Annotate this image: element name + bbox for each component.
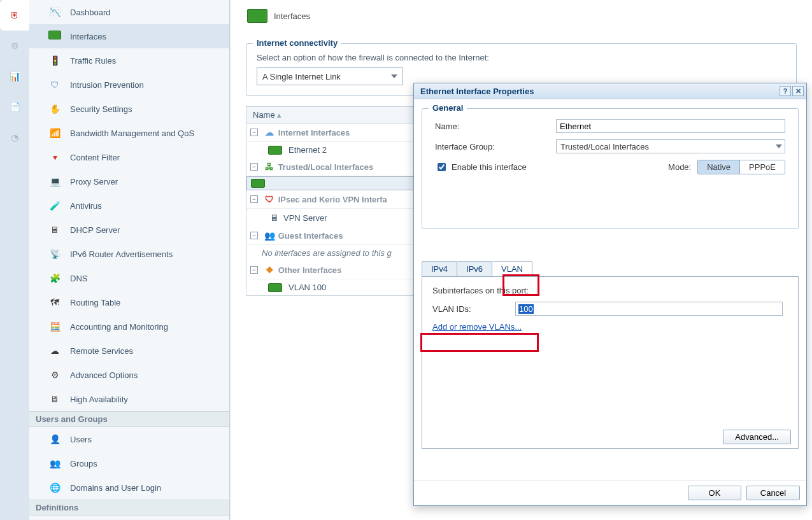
- shield-icon: ⛨: [8, 10, 21, 21]
- sidebar-item-security[interactable]: ✋Security Settings: [29, 97, 229, 121]
- dialog-body: General Name: Interface Group: Trusted/L…: [414, 99, 806, 480]
- name-label: Name:: [435, 122, 556, 131]
- chevron-down-icon: [391, 74, 397, 78]
- sidebar-item-label: Accounting and Monitoring: [70, 322, 168, 332]
- sidebar-item-dhcp[interactable]: 🖥DHCP Server: [29, 218, 229, 242]
- row-label: Ethernet 2: [288, 145, 327, 155]
- sidebar-item-label: Remote Services: [70, 346, 133, 356]
- sidebar-scroll[interactable]: 📉Dashboard Interfaces 🚦Traffic Rules 🛡In…: [29, 0, 229, 520]
- sidebar-item-advanced[interactable]: ⚙Advanced Options: [29, 363, 229, 387]
- user-icon: 👤: [48, 433, 61, 445]
- sidebar-item-content-filter[interactable]: ▾Content Filter: [29, 145, 229, 169]
- rail-gear[interactable]: ⚙: [0, 31, 29, 61]
- bandwidth-icon: 📶: [48, 127, 61, 139]
- sidebar-item-label: Traffic Rules: [70, 56, 116, 66]
- tab-vlan[interactable]: VLAN: [492, 261, 532, 276]
- sidebar-item-ipv6ra[interactable]: 📡IPv6 Router Advertisements: [29, 242, 229, 266]
- help-button[interactable]: ?: [780, 86, 791, 96]
- dialog-title: Ethernet Interface Properties: [420, 87, 534, 96]
- collapse-icon[interactable]: −: [250, 129, 258, 136]
- interfaces-icon: [48, 31, 61, 42]
- sidebar-item-antivirus[interactable]: 🧪Antivirus: [29, 193, 229, 218]
- network-icon: 🖧: [263, 161, 276, 172]
- mode-pppoe[interactable]: PPPoE: [739, 160, 785, 174]
- sidebar-item-label: DNS: [70, 274, 87, 283]
- ok-button[interactable]: OK: [688, 486, 741, 500]
- sidebar-item-label: Advanced Options: [70, 370, 138, 380]
- advanced-button[interactable]: Advanced...: [723, 430, 791, 444]
- connectivity-select[interactable]: A Single Internet Link: [257, 67, 403, 85]
- collapse-icon[interactable]: −: [250, 163, 258, 171]
- mode-segment: Native PPPoE: [697, 160, 785, 174]
- hand-icon: ✋: [48, 103, 61, 115]
- sidebar-item-dns[interactable]: 🧩DNS: [29, 266, 229, 290]
- enable-checkbox[interactable]: Enable this interface: [435, 161, 527, 173]
- rail-shield[interactable]: ⛨: [0, 0, 29, 31]
- routing-icon: 🗺: [48, 297, 61, 308]
- router-icon: 📡: [48, 248, 61, 260]
- rail-stats[interactable]: 📊: [0, 61, 29, 92]
- group-label: Interface Group:: [435, 142, 556, 151]
- group-label: Guest Interfaces: [278, 231, 343, 241]
- connectivity-legend: Internet connectivity: [253, 38, 341, 48]
- name-input[interactable]: [556, 119, 785, 133]
- sort-icon: ▴: [277, 110, 281, 120]
- pie-icon: ◔: [8, 132, 21, 143]
- sidebar-item-bandwidth[interactable]: 📶Bandwidth Management and QoS: [29, 121, 229, 145]
- sidebar-item-label: Interfaces: [70, 32, 106, 41]
- dialog-titlebar[interactable]: Ethernet Interface Properties ? ✕: [414, 83, 806, 99]
- sidebar-item-traffic-rules[interactable]: 🚦Traffic Rules: [29, 48, 229, 73]
- guest-icon: 👥: [263, 230, 276, 241]
- sidebar-item-dashboard[interactable]: 📉Dashboard: [29, 0, 229, 24]
- sidebar-item-label: DHCP Server: [70, 225, 120, 235]
- nic-icon: [268, 283, 282, 292]
- rail-pie[interactable]: ◔: [0, 122, 29, 153]
- group-label: Trusted/Local Interfaces: [278, 162, 374, 172]
- group-label: Internet Interfaces: [278, 128, 350, 137]
- sidebar-item-ha[interactable]: 🖥High Availability: [29, 387, 229, 411]
- col-name: Name: [253, 110, 275, 120]
- sidebar-item-domains[interactable]: 🌐Domains and User Login: [29, 475, 229, 500]
- gear-icon: ⚙: [8, 40, 21, 52]
- gear-icon: ⚙: [48, 369, 61, 381]
- sidebar-item-label: Proxy Server: [70, 177, 118, 186]
- enable-check[interactable]: [438, 163, 446, 171]
- traffic-icon: 🚦: [48, 55, 61, 66]
- dashboard-icon: 📉: [48, 6, 61, 18]
- ha-icon: 🖥: [48, 393, 61, 405]
- sidebar-item-interfaces[interactable]: Interfaces: [29, 24, 229, 48]
- sidebar-item-accounting[interactable]: 🧮Accounting and Monitoring: [29, 314, 229, 339]
- sidebar-item-groups[interactable]: 👥Groups: [29, 451, 229, 475]
- collapse-icon[interactable]: −: [250, 232, 258, 239]
- cancel-button[interactable]: Cancel: [746, 486, 800, 500]
- dns-icon: 🧩: [48, 272, 61, 284]
- cloud-icon: ☁: [263, 127, 276, 138]
- funnel-icon: ▾: [48, 151, 61, 163]
- rail-note[interactable]: 📄: [0, 92, 29, 122]
- enable-label: Enable this interface: [452, 162, 527, 172]
- sidebar-item-proxy[interactable]: 💻Proxy Server: [29, 169, 229, 193]
- tab-ipv6[interactable]: IPv6: [457, 261, 492, 276]
- close-button[interactable]: ✕: [792, 86, 804, 96]
- dialog-footer: OK Cancel: [414, 480, 806, 505]
- interfaces-icon: [247, 9, 267, 23]
- server-icon: 🖥: [268, 212, 281, 223]
- sidebar-item-label: Intrusion Prevention: [70, 80, 144, 90]
- sidebar-item-label: Content Filter: [70, 153, 120, 162]
- sidebar-item-intrusion[interactable]: 🛡Intrusion Prevention: [29, 73, 229, 97]
- collapse-icon[interactable]: −: [250, 195, 258, 203]
- proxy-icon: 💻: [48, 176, 61, 187]
- tab-ipv4[interactable]: IPv4: [422, 261, 457, 276]
- stats-icon: 📊: [8, 71, 21, 82]
- vlan-ids-input[interactable]: 100: [515, 302, 783, 316]
- sidebar-item-users[interactable]: 👤Users: [29, 427, 229, 451]
- add-remove-vlans-link[interactable]: Add or remove VLANs...: [432, 322, 522, 332]
- collapse-icon[interactable]: −: [250, 266, 258, 274]
- group-label: Other Interfaces: [278, 265, 342, 275]
- sidebar-item-routing[interactable]: 🗺Routing Table: [29, 290, 229, 314]
- sidebar-item-remote[interactable]: ☁Remote Services: [29, 339, 229, 363]
- dhcp-icon: 🖥: [48, 224, 61, 235]
- connectivity-value: A Single Internet Link: [262, 72, 341, 81]
- group-select[interactable]: Trusted/Local Interfaces: [556, 139, 785, 153]
- mode-native[interactable]: Native: [698, 160, 739, 174]
